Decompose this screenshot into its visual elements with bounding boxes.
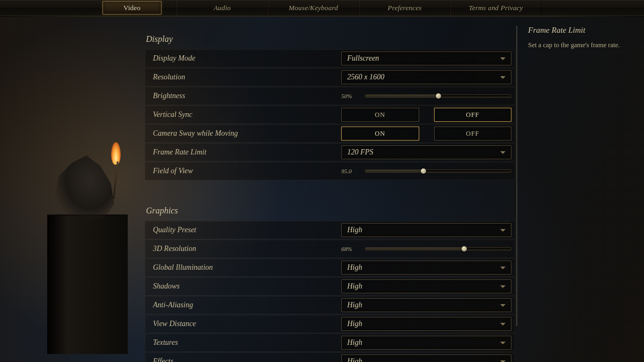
label-field-of-view: Field of View	[145, 167, 341, 175]
label-frame-rate-limit: Frame Rate Limit	[145, 148, 341, 157]
dropdown-value: 120 FPS	[347, 148, 374, 157]
tab-audio[interactable]: Audio	[177, 0, 268, 16]
dropdown-global-illumination[interactable]: High	[341, 261, 511, 275]
dropdown-value: High	[347, 320, 362, 328]
help-sidebar: Frame Rate Limit Set a cap to the game's…	[528, 26, 639, 50]
row-effects: Effects High	[145, 352, 515, 362]
tab-preferences[interactable]: Preferences	[359, 0, 450, 16]
dropdown-quality-preset[interactable]: High	[341, 223, 511, 237]
settings-panel: Display Display Mode Fullscreen Resoluti…	[145, 26, 515, 362]
label-vertical-sync: Vertical Sync	[145, 110, 341, 119]
toggle-vsync-off[interactable]: OFF	[434, 108, 512, 122]
dropdown-value: High	[347, 357, 362, 362]
chevron-down-icon	[500, 304, 506, 307]
dropdown-value: Fullscreen	[347, 54, 379, 63]
row-quality-preset: Quality Preset High	[145, 221, 515, 239]
dropdown-resolution[interactable]: 2560 x 1600	[341, 70, 511, 84]
dropdown-textures[interactable]: High	[341, 336, 511, 350]
tab-terms-privacy[interactable]: Terms and Privacy	[450, 0, 541, 16]
dropdown-value: High	[347, 282, 362, 291]
label-display-mode: Display Mode	[145, 54, 341, 63]
dropdown-view-distance[interactable]: High	[341, 317, 511, 331]
label-brightness: Brightness	[145, 92, 341, 100]
chevron-down-icon	[500, 360, 506, 363]
section-graphics-title: Graphics	[146, 206, 515, 216]
row-field-of-view: Field of View 95.0	[145, 162, 515, 180]
row-global-illumination: Global Illumination High	[145, 258, 515, 277]
slider-value-fov: 95.0	[341, 168, 357, 174]
dropdown-value: 2560 x 1600	[347, 73, 384, 82]
label-textures: Textures	[145, 338, 341, 347]
tab-mouse-keyboard[interactable]: Mouse/Keyboard	[268, 0, 359, 16]
chevron-down-icon	[500, 323, 506, 326]
chevron-down-icon	[500, 342, 506, 344]
dropdown-value: High	[347, 226, 362, 234]
dropdown-value: High	[347, 301, 362, 309]
label-quality-preset: Quality Preset	[145, 226, 341, 234]
slider-field-of-view[interactable]	[365, 169, 511, 173]
tab-video[interactable]: Video	[103, 1, 162, 14]
chevron-down-icon	[500, 76, 506, 79]
slider-brightness[interactable]	[365, 94, 511, 98]
label-anti-aliasing: Anti-Aliasing	[145, 301, 341, 309]
chevron-down-icon	[500, 151, 506, 154]
label-camera-sway: Camera Sway while Moving	[145, 129, 341, 138]
dropdown-shadows[interactable]: High	[341, 279, 511, 293]
row-camera-sway: Camera Sway while Moving ON OFF	[145, 124, 515, 143]
chevron-down-icon	[500, 285, 506, 288]
toggle-camera-sway-on[interactable]: ON	[341, 127, 419, 141]
row-vertical-sync: Vertical Sync ON OFF	[145, 106, 515, 124]
row-shadows: Shadows High	[145, 277, 515, 295]
row-resolution: Resolution 2560 x 1600	[145, 68, 515, 86]
slider-value-brightness: 50%	[341, 93, 357, 99]
help-description: Set a cap to the game's frame rate.	[528, 40, 639, 50]
label-global-illumination: Global Illumination	[145, 263, 341, 272]
chevron-down-icon	[500, 229, 506, 232]
dropdown-value: High	[347, 263, 362, 272]
slider-value-3d-resolution: 68%	[341, 246, 357, 252]
dropdown-effects[interactable]: High	[341, 354, 511, 362]
toggle-vsync-on[interactable]: ON	[341, 108, 419, 122]
section-display-title: Display	[146, 34, 515, 44]
label-3d-resolution: 3D Resolution	[145, 245, 341, 253]
dropdown-display-mode[interactable]: Fullscreen	[341, 51, 511, 65]
settings-scrollbar[interactable]	[516, 26, 517, 326]
row-frame-rate-limit: Frame Rate Limit 120 FPS	[145, 143, 515, 161]
label-resolution: Resolution	[145, 73, 341, 82]
row-3d-resolution: 3D Resolution 68%	[145, 240, 515, 258]
settings-tabbar: Video Audio Mouse/Keyboard Preferences T…	[0, 0, 644, 16]
row-textures: Textures High	[145, 334, 515, 352]
label-shadows: Shadows	[145, 282, 341, 291]
row-view-distance: View Distance High	[145, 315, 515, 333]
chevron-down-icon	[500, 267, 506, 269]
background-pedestal	[47, 215, 128, 354]
row-anti-aliasing: Anti-Aliasing High	[145, 296, 515, 314]
dropdown-value: High	[347, 338, 362, 347]
toggle-camera-sway-off[interactable]: OFF	[434, 127, 512, 141]
dropdown-frame-rate-limit[interactable]: 120 FPS	[341, 145, 511, 159]
row-display-mode: Display Mode Fullscreen	[145, 49, 515, 68]
dropdown-anti-aliasing[interactable]: High	[341, 298, 511, 312]
row-brightness: Brightness 50%	[145, 87, 515, 105]
chevron-down-icon	[500, 57, 506, 60]
label-view-distance: View Distance	[145, 320, 341, 328]
slider-3d-resolution[interactable]	[365, 247, 511, 250]
help-title: Frame Rate Limit	[528, 26, 639, 35]
label-effects: Effects	[145, 357, 341, 362]
